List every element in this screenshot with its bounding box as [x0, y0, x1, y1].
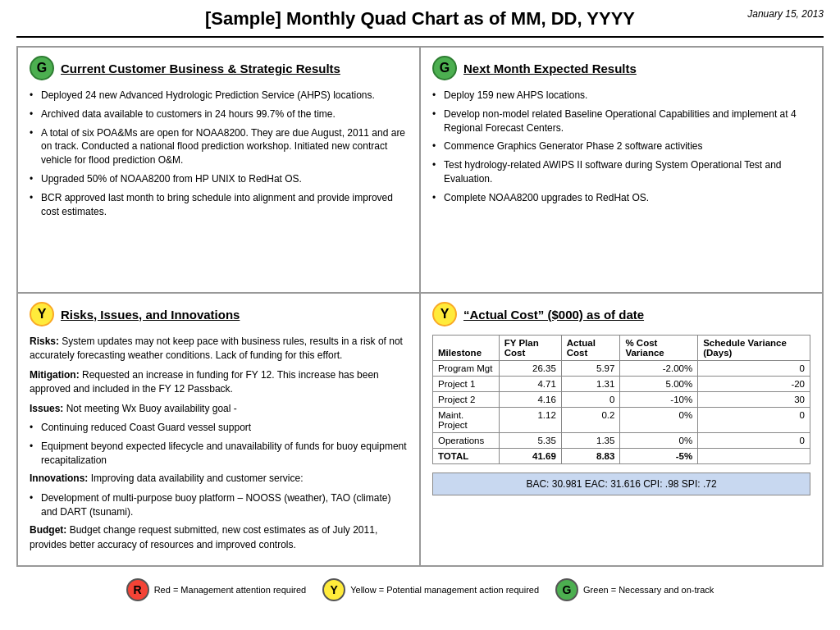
mitigation-paragraph: Mitigation: Requested an increase in fun…: [30, 368, 408, 397]
col-pct-variance: % Cost Variance: [620, 336, 698, 361]
q1-status-circle: G: [30, 56, 54, 80]
quad-grid: G Current Customer Business & Strategic …: [16, 46, 824, 567]
col-fy-plan: FY Plan Cost: [499, 336, 561, 361]
table-cell: -10%: [620, 392, 698, 408]
list-item: Continuing reduced Coast Guard vessel su…: [30, 421, 408, 435]
q2-title: Next Month Expected Results: [463, 62, 637, 75]
innovations-bullets: Development of multi-purpose buoy platfo…: [30, 491, 408, 519]
issues-text: Not meeting Wx Buoy availability goal -: [63, 403, 236, 414]
legend-red-label: Red = Management attention required: [154, 585, 307, 595]
table-cell: 0: [698, 408, 810, 433]
list-item: Commence Graphics Generator Phase 2 soft…: [432, 139, 810, 153]
table-row: Maint. Project1.120.20%0: [433, 408, 810, 433]
table-cell: 1.35: [561, 433, 620, 449]
table-cell: 30: [698, 392, 810, 408]
mitigation-text: Requested an increase in funding for FY …: [30, 369, 379, 395]
legend-green: G Green = Necessary and on-track: [555, 578, 714, 601]
col-actual-cost: Actual Cost: [561, 336, 620, 361]
q2-header: G Next Month Expected Results: [432, 56, 810, 80]
risks-label: Risks:: [30, 336, 59, 347]
issues-label: Issues:: [30, 403, 63, 414]
cost-table: Milestone FY Plan Cost Actual Cost % Cos…: [432, 335, 810, 464]
risks-paragraph: Risks: System updates may not keep pace …: [30, 335, 408, 363]
list-item: Deployed 24 new Advanced Hydrologic Pred…: [30, 89, 408, 103]
table-cell: 5.35: [499, 433, 561, 449]
table-cell: -5%: [620, 449, 698, 464]
list-item: Equipment beyond expected lifecycle and …: [30, 440, 408, 468]
table-cell: 4.16: [499, 392, 561, 408]
q3-header: Y Risks, Issues, and Innovations: [30, 302, 408, 326]
table-row: Project 14.711.315.00%-20: [433, 377, 810, 392]
table-cell: TOTAL: [433, 449, 500, 464]
legend-red: R Red = Management attention required: [126, 578, 307, 601]
cost-table-body: Program Mgt26.355.97-2.00%0Project 14.71…: [433, 361, 810, 464]
table-cell: 4.71: [499, 377, 561, 392]
mitigation-label: Mitigation:: [30, 369, 80, 381]
q3-content: Risks: System updates may not keep pace …: [30, 335, 408, 552]
budget-text: Budget change request submitted, new cos…: [30, 524, 377, 550]
q3-title: Risks, Issues, and Innovations: [61, 308, 240, 322]
col-schedule-variance: Schedule Variance (Days): [698, 336, 810, 361]
list-item: Test hydrology-related AWIPS II software…: [432, 158, 810, 186]
bac-bar: BAC: 30.981 EAC: 31.616 CPI: .98 SPI: .7…: [432, 472, 810, 495]
table-cell: Program Mgt: [433, 361, 500, 377]
page-title: [Sample] Monthly Quad Chart as of MM, DD…: [16, 8, 824, 30]
legend-green-circle: G: [555, 578, 578, 601]
table-cell: 5.00%: [620, 377, 698, 392]
table-cell: 1.31: [561, 377, 620, 392]
legend-green-label: Green = Necessary and on-track: [583, 585, 714, 595]
q4-title: “Actual Cost” ($000) as of date: [463, 308, 644, 322]
table-cell: 0: [698, 361, 810, 377]
list-item: Archived data available to customers in …: [30, 107, 408, 121]
q4-header: Y “Actual Cost” ($000) as of date: [432, 302, 810, 326]
table-cell: 0%: [620, 433, 698, 449]
q2-bullets: Deploy 159 new AHPS locations.Develop no…: [432, 89, 810, 205]
table-cell: 41.69: [499, 449, 561, 464]
q4-status-circle: Y: [432, 302, 457, 326]
table-cell: -2.00%: [620, 361, 698, 377]
table-cell: 1.12: [499, 408, 561, 433]
issues-bullets: Continuing reduced Coast Guard vessel su…: [30, 421, 408, 467]
innovations-text: Improving data availability and customer…: [88, 472, 303, 484]
risks-text: System updates may not keep pace with bu…: [30, 336, 403, 361]
quadrant-q1: G Current Customer Business & Strategic …: [17, 47, 420, 293]
quadrant-q2: G Next Month Expected Results Deploy 159…: [420, 47, 823, 293]
table-cell: 8.83: [561, 449, 620, 464]
table-cell: 0%: [620, 408, 698, 433]
table-cell: Operations: [433, 433, 500, 449]
quadrant-q3: Y Risks, Issues, and Innovations Risks: …: [17, 293, 420, 566]
table-row: Operations5.351.350%0: [433, 433, 810, 449]
table-row: TOTAL41.698.83-5%: [433, 449, 810, 464]
q3-status-circle: Y: [30, 302, 54, 326]
legend-yellow: Y Yellow = Potential management action r…: [322, 578, 539, 601]
table-cell: 5.97: [561, 361, 620, 377]
list-item: A total of six POA&Ms are open for NOAA8…: [30, 126, 408, 167]
list-item: Development of multi-purpose buoy platfo…: [30, 491, 408, 519]
table-cell: 0: [561, 392, 620, 408]
footer-legend: R Red = Management attention required Y …: [16, 578, 824, 601]
table-cell: Project 2: [433, 392, 500, 408]
legend-yellow-circle: Y: [322, 578, 345, 601]
q2-status-circle: G: [432, 56, 457, 80]
list-item: Deploy 159 new AHPS locations.: [432, 89, 810, 103]
quadrant-q4: Y “Actual Cost” ($000) as of date Milest…: [420, 293, 823, 566]
budget-paragraph: Budget: Budget change request submitted,…: [30, 523, 408, 552]
table-row: Project 24.160-10%30: [433, 392, 810, 408]
table-header-row: Milestone FY Plan Cost Actual Cost % Cos…: [433, 336, 810, 361]
budget-label: Budget:: [30, 524, 66, 536]
q1-title: Current Customer Business & Strategic Re…: [61, 62, 340, 75]
page-header: [Sample] Monthly Quad Chart as of MM, DD…: [16, 8, 824, 38]
table-row: Program Mgt26.355.97-2.00%0: [433, 361, 810, 377]
table-cell: Project 1: [433, 377, 500, 392]
legend-red-circle: R: [126, 578, 149, 601]
table-cell: [698, 449, 810, 464]
innovations-paragraph: Innovations: Improving data availability…: [30, 472, 408, 486]
list-item: Develop non-model related Baseline Opera…: [432, 107, 810, 135]
innovations-label: Innovations:: [30, 472, 88, 484]
cost-table-wrap: Milestone FY Plan Cost Actual Cost % Cos…: [432, 335, 810, 495]
list-item: Complete NOAA8200 upgrades to RedHat OS.: [432, 191, 810, 205]
page-date: January 15, 2013: [747, 8, 824, 20]
table-cell: 26.35: [499, 361, 561, 377]
issues-paragraph: Issues: Not meeting Wx Buoy availability…: [30, 402, 408, 416]
list-item: BCR approved last month to bring schedul…: [30, 191, 408, 219]
